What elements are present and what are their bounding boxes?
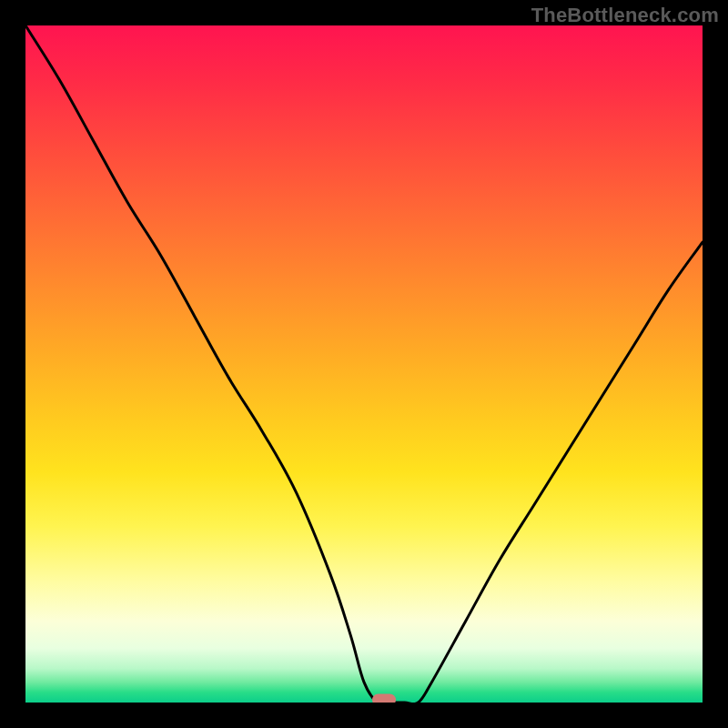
chart-frame: TheBottleneck.com: [0, 0, 728, 728]
plot-area: [25, 25, 703, 703]
watermark-label: TheBottleneck.com: [531, 4, 719, 27]
bottleneck-curve: [25, 25, 703, 703]
optimal-point-marker: [372, 694, 396, 703]
